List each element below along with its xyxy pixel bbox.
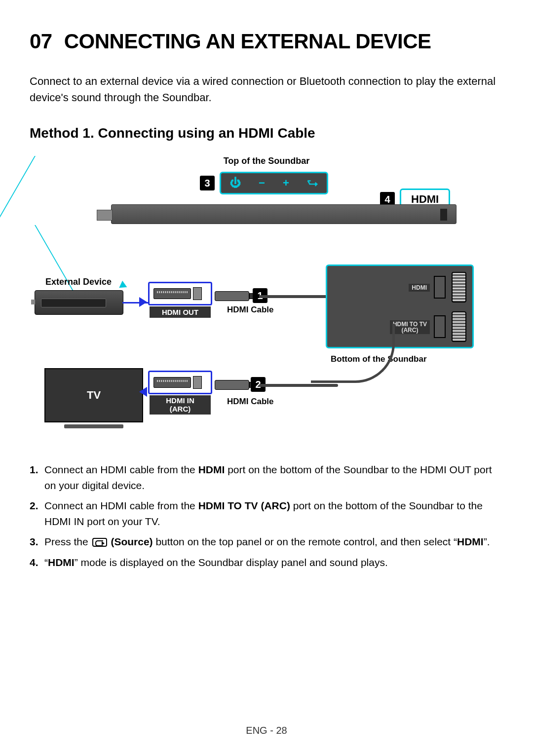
label-external-device: External Device bbox=[45, 277, 112, 287]
hdmi-port-icon bbox=[452, 311, 466, 342]
method-title: Method 1. Connecting using an HDMI Cable bbox=[30, 125, 503, 141]
step-number: 2. bbox=[30, 498, 44, 529]
source-icon: ⮑ bbox=[307, 177, 318, 189]
power-icon: ⏻ bbox=[230, 177, 241, 189]
leader-line bbox=[0, 156, 36, 225]
step-4: 4. “HDMI” mode is displayed on the Sound… bbox=[30, 555, 503, 570]
rear-port-box bbox=[434, 276, 446, 299]
tv-screen: TV bbox=[44, 368, 143, 422]
chapter-text: CONNECTING AN EXTERNAL DEVICE bbox=[64, 30, 431, 53]
step-text: Connect an HDMI cable from the HDMI TO T… bbox=[44, 498, 503, 529]
hdmi-plug-icon bbox=[193, 287, 202, 300]
soundbar-grill bbox=[440, 209, 447, 221]
label-hdmi-cable-1: HDMI Cable bbox=[227, 305, 273, 315]
step-number: 3. bbox=[30, 534, 44, 550]
label-hdmi-cable-2: HDMI Cable bbox=[227, 397, 273, 407]
chapter-number: 07 bbox=[30, 30, 52, 53]
step-number: 1. bbox=[30, 462, 44, 493]
intro-paragraph: Connect to an external device via a wire… bbox=[30, 73, 503, 106]
cable-line bbox=[259, 384, 338, 387]
step-text: Press the (Source) button on the top pan… bbox=[44, 534, 503, 550]
vol-up-icon: + bbox=[283, 177, 289, 189]
step-1: 1. Connect an HDMI cable from the HDMI p… bbox=[30, 462, 503, 493]
source-button-icon bbox=[92, 538, 107, 547]
hdmi-port-icon bbox=[153, 377, 191, 388]
hdmi-port-icon bbox=[452, 272, 466, 302]
tv-stand bbox=[64, 424, 123, 428]
step-2: 2. Connect an HDMI cable from the HDMI T… bbox=[30, 498, 503, 529]
soundbar-top-panel: ⏻ − + ⮑ bbox=[220, 172, 328, 194]
arrow-icon bbox=[139, 297, 147, 307]
rear-port-label-hdmi-arc: HDMI TO TV (ARC) bbox=[390, 320, 430, 334]
hdmi-in-label: HDMI IN(ARC) bbox=[150, 395, 211, 415]
hdmi-out-port-box: HDMI OUT bbox=[148, 282, 212, 305]
arrow-icon bbox=[119, 281, 128, 291]
label-top-of-soundbar: Top of the Soundbar bbox=[224, 156, 310, 166]
soundbar-illustration bbox=[111, 204, 457, 224]
vol-down-icon: − bbox=[259, 177, 265, 189]
arrow-icon bbox=[139, 387, 147, 397]
step-3: 3. Press the (Source) button on the top … bbox=[30, 534, 503, 550]
rear-port-box bbox=[434, 315, 446, 338]
hdmi-plug-icon bbox=[193, 376, 202, 389]
hdmi-port-icon bbox=[153, 288, 191, 299]
rear-port-label-hdmi: HDMI bbox=[409, 284, 430, 292]
callout-3: 3 bbox=[200, 176, 215, 190]
page-footer: ENG - 28 bbox=[0, 725, 533, 736]
cable-curve bbox=[311, 324, 395, 383]
connection-diagram: Top of the Soundbar 3 ⏻ − + ⮑ 4 HDMI Ext… bbox=[35, 156, 498, 447]
step-text: Connect an HDMI cable from the HDMI port… bbox=[44, 462, 503, 493]
step-number: 4. bbox=[30, 555, 44, 570]
hdmi-in-port-box: HDMI IN(ARC) bbox=[148, 371, 212, 394]
tv-illustration: TV bbox=[44, 368, 143, 432]
external-device-illustration bbox=[35, 290, 123, 315]
instruction-steps: 1. Connect an HDMI cable from the HDMI p… bbox=[30, 462, 503, 570]
step-text: “HDMI” mode is displayed on the Soundbar… bbox=[44, 555, 503, 570]
chapter-title: 07CONNECTING AN EXTERNAL DEVICE bbox=[30, 30, 503, 53]
hdmi-out-label: HDMI OUT bbox=[150, 306, 211, 318]
